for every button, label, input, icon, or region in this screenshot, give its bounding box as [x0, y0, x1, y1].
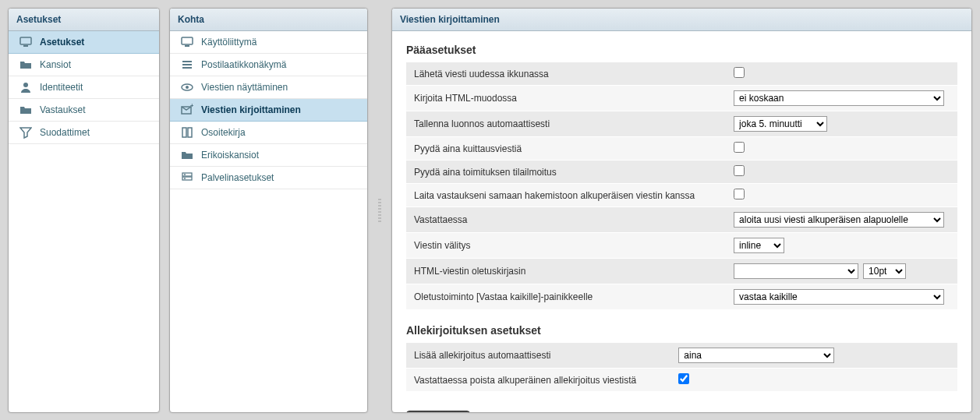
setting-label: HTML-viestin oletuskirjasin	[406, 259, 726, 284]
settings-nav-item[interactable]: Vastaukset	[9, 99, 159, 122]
setting-row: Laita vastaukseni samaan hakemistoon alk…	[406, 184, 957, 207]
folder-icon	[181, 149, 193, 161]
settings-nav-list: AsetuksetKansiotIdentiteetitVastauksetSu…	[9, 31, 159, 144]
content-title: Viestien kirjoittaminen	[392, 9, 971, 31]
setting-input-cell	[726, 161, 957, 184]
settings-nav-item[interactable]: Kansiot	[9, 54, 159, 76]
setting-input-cell: joka 5. minuutti	[726, 111, 957, 137]
setting-label: Tallenna luonnos automaattisesti	[406, 111, 726, 137]
setting-input-cell	[726, 184, 957, 207]
setting-input-cell	[726, 137, 957, 161]
font-family-select[interactable]	[734, 263, 858, 279]
eye-icon	[181, 81, 193, 94]
setting-select[interactable]: ei koskaan	[734, 90, 944, 106]
setting-label: Pyydä aina toimituksen tilailmoitus	[406, 161, 726, 184]
button-bar: Tallenna	[406, 406, 957, 412]
person-icon	[19, 81, 32, 94]
svg-rect-6	[182, 64, 192, 65]
setting-row: Oletustoiminto [Vastaa kaikille]-painikk…	[406, 284, 957, 310]
settings-nav-title: Asetukset	[9, 9, 159, 31]
settings-nav-item-label: Suodattimet	[40, 127, 90, 138]
setting-input-cell	[670, 369, 957, 392]
section-nav-item-label: Postilaatikkonäkymä	[201, 59, 286, 70]
setting-select[interactable]: inline	[734, 238, 784, 253]
svg-rect-4	[185, 45, 189, 47]
setting-select[interactable]: aloita uusi viesti alkuperäisen alapuole…	[734, 212, 944, 228]
settings-nav-item-label: Identiteetit	[40, 82, 83, 93]
setting-select[interactable]: vastaa kaikille	[734, 289, 944, 305]
settings-nav-item-label: Kansiot	[40, 59, 71, 70]
setting-input-cell: aloita uusi viesti alkuperäisen alapuole…	[726, 207, 957, 233]
section-nav-list: KäyttöliittymäPostilaatikkonäkymäViestie…	[170, 31, 367, 189]
setting-input-cell	[726, 62, 957, 86]
setting-select[interactable]: aina	[678, 348, 834, 363]
section-nav-item-label: Erikoiskansiot	[201, 150, 259, 161]
section-nav-item-label: Viestien näyttäminen	[201, 82, 288, 93]
svg-rect-1	[23, 45, 28, 47]
section-nav-panel: Kohta KäyttöliittymäPostilaatikkonäkymäV…	[169, 8, 368, 413]
section-nav-item[interactable]: +Viestien kirjoittaminen	[170, 99, 367, 122]
section-nav-item[interactable]: Viestien näyttäminen	[170, 76, 367, 99]
section-nav-item-label: Käyttöliittymä	[201, 37, 256, 48]
svg-rect-7	[182, 67, 192, 69]
signature-settings-table: Lisää allekirjoitus automaattisestiainaV…	[406, 343, 957, 392]
setting-label: Kirjoita HTML-muodossa	[406, 86, 726, 111]
setting-label: Vastattaessa	[406, 207, 726, 233]
settings-nav-item-label: Vastaukset	[40, 104, 85, 115]
setting-checkbox[interactable]	[734, 165, 745, 176]
folder-icon	[19, 104, 32, 116]
setting-checkbox[interactable]	[734, 189, 745, 199]
envelope-plus-icon: +	[181, 104, 193, 116]
section-nav-item[interactable]: Palvelinasetukset	[170, 167, 367, 189]
list-icon	[181, 58, 193, 71]
section-nav-item-label: Viestien kirjoittaminen	[201, 104, 301, 115]
setting-row: Lisää allekirjoitus automaattisestiaina	[406, 343, 957, 369]
section-nav-title: Kohta	[170, 9, 367, 31]
settings-nav-item-label: Asetukset	[40, 37, 84, 48]
main-settings-table: Lähetä viesti uudessa ikkunassaKirjoita …	[406, 62, 957, 310]
settings-nav-item[interactable]: Asetukset	[9, 31, 159, 54]
setting-input-cell: vastaa kaikille	[726, 284, 957, 310]
setting-row: Vastattaessa poista alkuperäinen allekir…	[406, 369, 957, 392]
font-size-select[interactable]: 10pt	[863, 263, 906, 279]
setting-input-cell: inline	[726, 233, 957, 259]
section-nav-item-label: Palvelinasetukset	[201, 172, 274, 183]
svg-rect-0	[20, 37, 31, 44]
setting-select[interactable]: joka 5. minuutti	[734, 116, 827, 132]
setting-label: Pyydä aina kuittausviestiä	[406, 137, 726, 161]
section-nav-item[interactable]: Osoitekirja	[170, 122, 367, 144]
folder-icon	[19, 58, 32, 71]
setting-checkbox[interactable]	[734, 142, 745, 153]
setting-row: Kirjoita HTML-muodossaei koskaan	[406, 86, 957, 111]
setting-label: Lähetä viesti uudessa ikkunassa	[406, 62, 726, 86]
svg-rect-3	[182, 37, 193, 44]
setting-input-cell: ei koskaan	[726, 86, 957, 111]
setting-row: HTML-viestin oletuskirjasin10pt	[406, 259, 957, 284]
content-panel: Viestien kirjoittaminen Pääasetukset Läh…	[391, 8, 972, 413]
setting-label: Laita vastaukseni samaan hakemistoon alk…	[406, 184, 726, 207]
main-settings-heading: Pääasetukset	[406, 44, 957, 56]
setting-row: Vastattaessaaloita uusi viesti alkuperäi…	[406, 207, 957, 233]
settings-nav-panel: Asetukset AsetuksetKansiotIdentiteetitVa…	[8, 8, 160, 413]
book-icon	[181, 126, 193, 139]
setting-row: Viestin välitysinline	[406, 233, 957, 259]
funnel-icon	[19, 126, 32, 139]
setting-checkbox[interactable]	[734, 67, 745, 78]
setting-label: Lisää allekirjoitus automaattisesti	[406, 343, 670, 369]
section-nav-item[interactable]: Erikoiskansiot	[170, 144, 367, 167]
section-nav-item[interactable]: Käyttöliittymä	[170, 31, 367, 54]
setting-row: Pyydä aina toimituksen tilailmoitus	[406, 161, 957, 184]
settings-nav-item[interactable]: Suodattimet	[9, 122, 159, 144]
svg-point-15	[184, 178, 186, 179]
settings-nav-item[interactable]: Identiteetit	[9, 76, 159, 99]
svg-rect-5	[182, 61, 192, 62]
setting-label: Viestin välitys	[406, 233, 726, 259]
content-body: Pääasetukset Lähetä viesti uudessa ikkun…	[392, 31, 971, 412]
section-nav-item-label: Osoitekirja	[201, 127, 246, 138]
server-icon	[181, 171, 193, 184]
splitter-handle[interactable]	[377, 8, 382, 413]
save-button[interactable]: Tallenna	[406, 411, 470, 412]
section-nav-item[interactable]: Postilaatikkonäkymä	[170, 54, 367, 76]
setting-checkbox[interactable]	[678, 373, 689, 384]
svg-point-14	[184, 174, 186, 175]
